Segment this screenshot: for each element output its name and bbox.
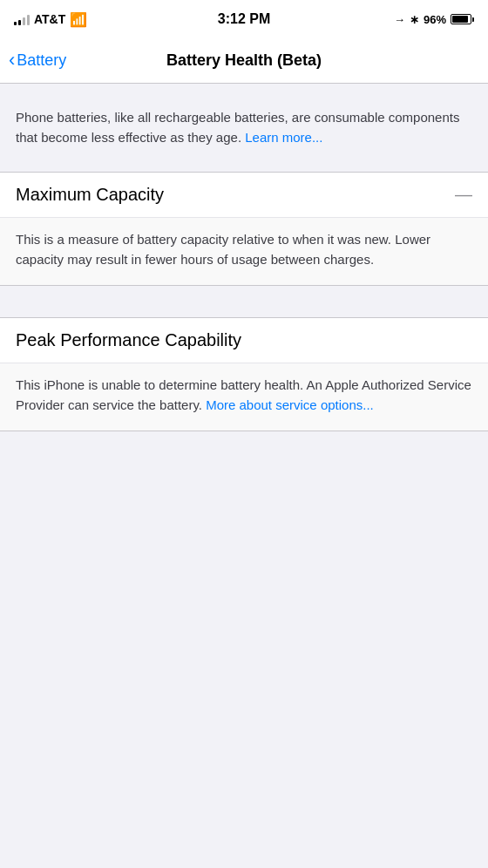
signal-bars-icon — [14, 13, 30, 25]
learn-more-link[interactable]: Learn more... — [245, 130, 322, 145]
maximum-capacity-dash: — — [455, 185, 472, 205]
nav-bar: ‹ Battery Battery Health (Beta) — [0, 38, 488, 84]
back-button[interactable]: ‹ Battery — [9, 51, 96, 70]
peak-performance-description: This iPhone is unable to determine batte… — [16, 376, 472, 415]
back-label: Battery — [17, 51, 66, 70]
back-chevron-icon: ‹ — [9, 51, 15, 70]
intro-text: Phone batteries, like all rechargeable b… — [16, 108, 472, 147]
status-bar: AT&T 📶 3:12 PM → ∗ 96% — [0, 0, 488, 38]
battery-icon — [451, 14, 474, 24]
battery-percent-label: 96% — [424, 13, 446, 26]
peak-performance-header: Peak Performance Capability — [0, 318, 488, 363]
bottom-area — [0, 431, 488, 780]
maximum-capacity-title: Maximum Capacity — [16, 185, 164, 205]
status-right: → ∗ 96% — [394, 13, 474, 26]
content-area: Phone batteries, like all rechargeable b… — [0, 84, 488, 780]
maximum-capacity-header: Maximum Capacity — — [0, 173, 488, 218]
service-options-link[interactable]: More about service options... — [206, 397, 374, 412]
maximum-capacity-body: This is a measure of battery capacity re… — [0, 218, 488, 285]
peak-performance-body: This iPhone is unable to determine batte… — [0, 363, 488, 431]
peak-performance-title: Peak Performance Capability — [16, 330, 241, 349]
intro-section: Phone batteries, like all rechargeable b… — [0, 84, 488, 172]
carrier-label: AT&T — [34, 12, 65, 26]
peak-performance-section: Peak Performance Capability This iPhone … — [0, 317, 488, 431]
bluetooth-icon: ∗ — [410, 13, 419, 26]
maximum-capacity-description: This is a measure of battery capacity re… — [16, 230, 472, 269]
wifi-icon: 📶 — [70, 11, 87, 28]
location-icon: → — [394, 13, 405, 26]
status-time: 3:12 PM — [218, 11, 270, 27]
page-title: Battery Health (Beta) — [166, 51, 322, 70]
status-left: AT&T 📶 — [14, 11, 87, 28]
maximum-capacity-section: Maximum Capacity — This is a measure of … — [0, 172, 488, 286]
section-gap — [0, 286, 488, 317]
